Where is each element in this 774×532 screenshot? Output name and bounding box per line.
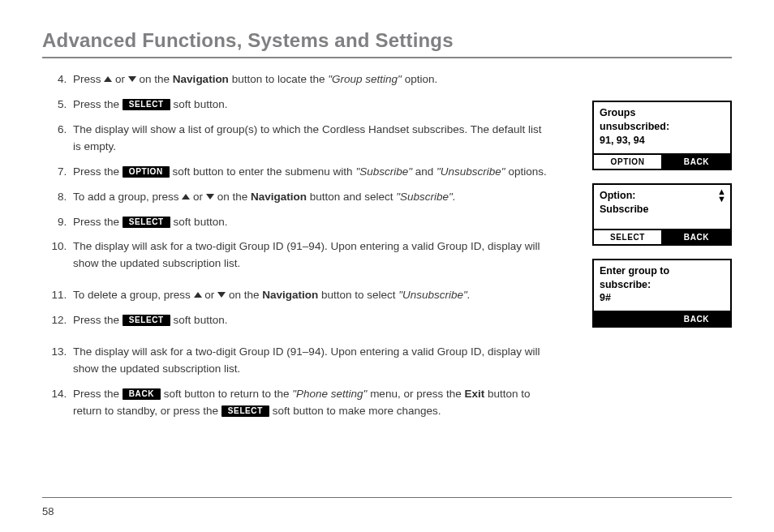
text: Press the xyxy=(73,314,123,326)
softkey-right: BACK xyxy=(663,230,730,244)
text: menu, or press the xyxy=(370,388,464,400)
text: soft button. xyxy=(174,216,228,228)
lcd-softkeys: BACK xyxy=(594,311,730,326)
page-number: 58 xyxy=(42,505,54,517)
text: button to locate the xyxy=(232,73,329,85)
text: and xyxy=(415,165,436,178)
up-icon xyxy=(182,194,190,200)
lcd-body: Enter group to subscribe: 9# xyxy=(594,260,730,311)
lcd-line: unsubscribed: xyxy=(600,120,725,134)
step-6: The display will show a list of group(s)… xyxy=(70,122,548,156)
text: options. xyxy=(508,165,546,178)
up-icon xyxy=(104,76,112,82)
text: soft button. xyxy=(174,314,228,326)
content-area: Press or on the Navigation button to loc… xyxy=(42,66,732,428)
text: on the xyxy=(217,191,251,203)
text: soft button. xyxy=(174,98,228,110)
lcd-line: Option: xyxy=(600,189,725,203)
down-icon xyxy=(217,292,226,298)
text: Press the xyxy=(73,388,123,400)
step-11: To delete a group, press or on the Navig… xyxy=(70,287,548,304)
lcd-line: Subscribe xyxy=(600,203,725,217)
lcd-body: Groups unsubscribed: 91, 93, 94 xyxy=(594,102,730,153)
lcd-screen-groups: Groups unsubscribed: 91, 93, 94 OPTION B… xyxy=(592,101,732,170)
step-7: Press the OPTION soft button to enter th… xyxy=(70,164,548,181)
step-8: To add a group, press or on the Navigati… xyxy=(70,189,548,206)
select-pill: SELECT xyxy=(221,405,269,417)
lcd-softkeys: OPTION BACK xyxy=(594,153,730,169)
manual-page: Advanced Functions, Systems and Settings… xyxy=(0,0,774,532)
text: button to select xyxy=(321,289,398,301)
text: button and select xyxy=(310,191,397,203)
subscribe-term: "Subscribe" xyxy=(355,165,412,178)
lcd-softkeys: SELECT BACK xyxy=(594,229,730,244)
up-icon xyxy=(194,292,202,298)
unsubscribe-term: "Unsubscribe" xyxy=(436,165,505,178)
back-pill: BACK xyxy=(123,388,161,400)
page-title: Advanced Functions, Systems and Settings xyxy=(42,29,732,58)
group-setting-term: "Group setting" xyxy=(328,73,402,85)
text: or xyxy=(115,73,128,85)
select-pill: SELECT xyxy=(123,99,170,110)
text: soft button to make more changes. xyxy=(273,405,441,417)
softkey-left xyxy=(594,312,661,326)
text: option. xyxy=(405,73,438,85)
text: To delete a group, press xyxy=(73,289,194,301)
text: Press the xyxy=(73,165,123,178)
lcd-line: Enter group to xyxy=(600,264,725,278)
navigation-label: Navigation xyxy=(173,73,229,85)
text: soft button to return to the xyxy=(164,388,292,400)
text: or xyxy=(193,191,206,203)
navigation-label: Navigation xyxy=(251,191,307,203)
step-list: Press or on the Navigation button to loc… xyxy=(42,71,548,428)
step-10: The display will ask for a two-digit Gro… xyxy=(70,238,548,272)
lcd-body: ▲▼ Option: Subscribe xyxy=(594,185,730,229)
step-14: Press the BACK soft button to return to … xyxy=(70,386,548,420)
text: on the xyxy=(140,73,173,85)
text: Press the xyxy=(73,216,123,228)
softkey-right: BACK xyxy=(663,312,730,326)
updown-icon: ▲▼ xyxy=(717,188,726,203)
exit-label: Exit xyxy=(464,388,484,400)
down-icon xyxy=(206,194,214,200)
step-13: The display will ask for a two-digit Gro… xyxy=(70,344,548,378)
text: or xyxy=(204,289,217,301)
text: soft button to enter the submenu with xyxy=(172,165,355,178)
softkey-left: SELECT xyxy=(594,230,661,244)
step-4: Press or on the Navigation button to loc… xyxy=(70,71,548,88)
lcd-screen-option: ▲▼ Option: Subscribe SELECT BACK xyxy=(592,183,732,246)
down-icon xyxy=(128,76,136,82)
lcd-line: Groups xyxy=(600,106,725,120)
lcd-previews: Groups unsubscribed: 91, 93, 94 OPTION B… xyxy=(592,101,732,328)
lcd-line: 91, 93, 94 xyxy=(600,134,725,148)
step-12: Press the SELECT soft button. xyxy=(70,312,548,329)
softkey-right: BACK xyxy=(663,155,730,169)
navigation-label: Navigation xyxy=(262,289,318,301)
text: Press the xyxy=(73,98,123,110)
select-pill: SELECT xyxy=(123,217,170,228)
step-9: Press the SELECT soft button. xyxy=(70,214,548,231)
text: Press xyxy=(73,73,104,85)
option-pill: OPTION xyxy=(123,166,170,178)
step-5: Press the SELECT soft button. xyxy=(70,97,548,114)
select-pill: SELECT xyxy=(123,315,170,326)
unsubscribe-term: "Unsubscribe". xyxy=(398,289,470,301)
lcd-line: subscribe: xyxy=(600,278,725,292)
text: To add a group, press xyxy=(73,191,182,203)
lcd-line: 9# xyxy=(600,291,725,305)
softkey-left: OPTION xyxy=(594,155,661,169)
footer-rule xyxy=(42,497,732,498)
subscribe-term: "Subscribe". xyxy=(396,191,455,203)
phone-setting-term: "Phone setting" xyxy=(292,388,367,400)
lcd-screen-enter-group: Enter group to subscribe: 9# BACK xyxy=(592,259,732,328)
text: on the xyxy=(229,289,262,301)
